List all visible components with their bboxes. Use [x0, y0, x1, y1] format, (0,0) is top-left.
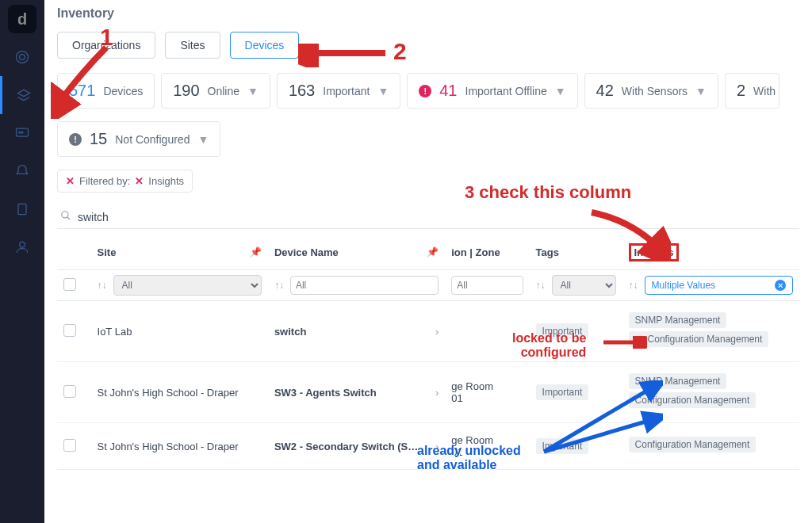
cell-zone: ge Room01 — [445, 423, 529, 470]
stat-num: 163 — [289, 82, 315, 100]
device-filter-input[interactable] — [290, 276, 439, 295]
pin-icon[interactable]: 📌 — [250, 246, 262, 258]
search-box[interactable] — [57, 205, 799, 229]
sort-icon[interactable]: ↑↓ — [629, 280, 638, 291]
clear-icon[interactable]: ✕ — [775, 280, 786, 291]
tags-filter-select[interactable]: All — [552, 275, 616, 296]
stat-label: Not Configured — [115, 133, 190, 146]
stat-label: Important Offline — [465, 85, 547, 97]
stat-with-cut[interactable]: 2 With — [725, 73, 779, 109]
cell-zone — [445, 301, 529, 362]
insight-pill-locked[interactable]: 🔒Configuration Management — [629, 331, 769, 347]
lock-icon: 🔒 — [635, 335, 645, 344]
stat-label: With — [753, 85, 776, 97]
chevron-right-icon[interactable]: › — [435, 387, 439, 399]
close-icon[interactable]: ✕ — [135, 175, 144, 187]
col-header-zone[interactable]: ion | Zone — [445, 235, 529, 270]
filter-icon[interactable]: ▼ — [695, 85, 707, 97]
stat-num: 42 — [596, 82, 614, 100]
svg-point-3 — [19, 132, 21, 133]
insight-pill[interactable]: SNMP Management — [629, 312, 727, 328]
select-all-checkbox[interactable] — [63, 278, 76, 291]
nav-reports[interactable] — [0, 190, 44, 228]
chevron-right-icon[interactable]: › — [435, 441, 439, 452]
nav-dashboard[interactable] — [0, 38, 44, 76]
sort-icon[interactable]: ↑↓ — [536, 280, 546, 291]
col-header-tags[interactable]: Tags — [530, 235, 622, 270]
cell-device: switch — [274, 326, 306, 338]
nav-monitor[interactable] — [0, 114, 44, 152]
tab-devices[interactable]: Devices — [230, 32, 300, 59]
tag-pill[interactable]: Important — [536, 438, 589, 454]
filter-icon[interactable]: ▼ — [247, 85, 259, 97]
stat-devices[interactable]: 571 Devices — [57, 73, 155, 109]
stats-row-2: ! 15 Not Configured ▼ — [44, 115, 812, 163]
cell-site: St John's High School - Draper — [91, 362, 268, 423]
stat-with-sensors[interactable]: 42 With Sensors ▼ — [584, 73, 718, 109]
close-icon[interactable]: ✕ — [66, 175, 75, 187]
stat-important-offline[interactable]: ! 41 Important Offline ▼ — [407, 73, 577, 109]
cell-zone: ge Room01 — [445, 362, 529, 423]
active-filters: ✕ Filtered by: ✕ Insights — [44, 163, 812, 199]
view-tabs: Organizations Sites Devices — [44, 24, 812, 67]
filter-icon[interactable]: ▼ — [197, 133, 209, 146]
cell-device: SW3 - Agents Switch — [274, 387, 377, 399]
svg-point-0 — [17, 52, 29, 63]
insight-pill[interactable]: Configuration Management — [629, 437, 756, 452]
tab-organizations[interactable]: Organizations — [57, 32, 155, 59]
nav-account[interactable] — [0, 228, 44, 266]
zone-filter-input[interactable] — [451, 276, 523, 295]
nav-inventory[interactable] — [0, 76, 44, 114]
stats-row: 571 Devices 190 Online ▼ 163 Important ▼… — [44, 67, 812, 115]
stat-label: With Sensors — [622, 85, 688, 97]
svg-rect-5 — [18, 204, 26, 214]
stat-num: 41 — [439, 82, 457, 100]
filter-icon[interactable]: ▼ — [377, 85, 389, 97]
svg-rect-2 — [17, 128, 29, 136]
table-row[interactable]: IoT Lab switch › Important SNMP Manageme… — [57, 301, 799, 362]
clear-filters-chip[interactable]: ✕ Filtered by: ✕ Insights — [57, 170, 193, 193]
filter-chip-label: Insights — [148, 175, 184, 187]
stat-num: 15 — [90, 130, 107, 148]
insights-filter-pill[interactable]: Multiple Values ✕ — [645, 276, 793, 295]
sort-icon[interactable]: ↑↓ — [98, 280, 107, 291]
stat-important[interactable]: 163 Important ▼ — [277, 73, 400, 109]
tag-pill[interactable]: Important — [536, 384, 589, 400]
sort-icon[interactable]: ↑↓ — [274, 280, 284, 291]
chevron-right-icon[interactable]: › — [435, 326, 439, 338]
app-logo[interactable]: d — [0, 0, 44, 38]
search-input[interactable] — [78, 211, 796, 223]
svg-point-7 — [62, 212, 68, 218]
table-row[interactable]: St John's High School - Draper SW3 - Age… — [57, 362, 799, 423]
svg-point-1 — [20, 55, 25, 60]
tab-sites[interactable]: Sites — [165, 32, 220, 59]
row-checkbox[interactable] — [63, 385, 76, 398]
filter-icon[interactable]: ▼ — [555, 85, 566, 97]
stat-online[interactable]: 190 Online ▼ — [161, 73, 270, 109]
nav-alerts[interactable] — [0, 152, 44, 190]
tag-pill[interactable]: Important — [536, 323, 589, 339]
table-row[interactable]: St John's High School - Draper SW2 - Sec… — [57, 423, 799, 470]
col-header-insights[interactable]: Insights — [622, 235, 799, 270]
col-header-device[interactable]: Device Name📌 — [268, 235, 445, 270]
col-header-site[interactable]: Site📌 — [91, 235, 268, 270]
page-title: Inventory — [44, 0, 812, 24]
svg-point-6 — [20, 242, 25, 247]
cell-site: St John's High School - Draper — [91, 423, 268, 470]
insight-pill[interactable]: Configuration Management — [629, 392, 756, 408]
devices-table: Site📌 Device Name📌 ion | Zone Tags Insig… — [57, 235, 799, 470]
stat-num: 571 — [69, 82, 95, 100]
main-content: Inventory Organizations Sites Devices 57… — [44, 0, 812, 523]
stat-label: Devices — [103, 85, 143, 97]
insight-pill[interactable]: SNMP Management — [629, 373, 727, 389]
row-checkbox[interactable] — [63, 439, 76, 452]
svg-point-4 — [21, 132, 23, 133]
filtered-by-label: Filtered by: — [79, 175, 130, 187]
pin-icon[interactable]: 📌 — [427, 246, 439, 258]
search-icon — [60, 210, 71, 223]
stat-not-configured[interactable]: ! 15 Not Configured ▼ — [57, 121, 220, 157]
site-filter-select[interactable]: All — [113, 275, 262, 296]
stat-num: 2 — [737, 82, 745, 100]
stat-label: Online — [208, 85, 239, 97]
row-checkbox[interactable] — [63, 324, 76, 337]
